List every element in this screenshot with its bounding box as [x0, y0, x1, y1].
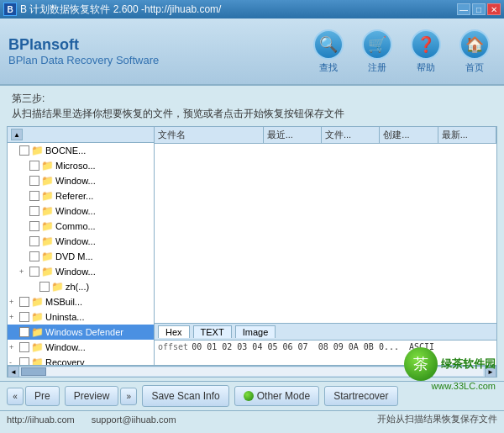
other-mode-button[interactable]: Other Mode — [234, 386, 319, 406]
tree-checkbox[interactable] — [19, 357, 29, 365]
prev-arrow-btn[interactable]: « — [7, 388, 24, 405]
nav-home[interactable]: 🏠 首页 — [454, 29, 496, 74]
tree-item[interactable]: 📁Window... — [8, 203, 154, 219]
tree-checkbox[interactable] — [29, 267, 39, 277]
tree-checkbox[interactable] — [29, 191, 39, 201]
titlebar-title: B 计划数据恢复软件 2.600 -http://jihuab.com/ — [20, 3, 457, 17]
watermark-circle: 茶 — [404, 347, 438, 381]
nav-home-label: 首页 — [465, 61, 484, 74]
file-list — [155, 144, 496, 323]
hex-values: 00 01 02 03 04 05 06 07 — [192, 342, 307, 351]
tree-checkbox[interactable] — [29, 176, 39, 186]
nav-help[interactable]: ❓ 帮助 — [405, 29, 447, 74]
tree-checkbox[interactable] — [19, 297, 29, 307]
nav-search[interactable]: 🔍 查找 — [307, 29, 349, 74]
file-list-header: 文件名 最近... 文件... 创建... 最新... — [155, 127, 496, 144]
tree-item[interactable]: +📁MSBuil... — [8, 294, 154, 309]
tree-scroll-up[interactable]: ▲ — [11, 129, 23, 140]
tree-item-label: zh(...) — [66, 282, 89, 292]
hex-tab-image[interactable]: Image — [235, 325, 276, 338]
watermark-brand: 绿茶软件园 — [441, 356, 496, 372]
tree-header: ▲ — [8, 127, 154, 143]
tree-item[interactable]: 📁BOCNE... — [8, 143, 154, 158]
tree-item-label: Windows Defender — [45, 327, 123, 337]
green-dot-icon — [244, 391, 254, 401]
tree-checkbox[interactable] — [29, 251, 39, 261]
tree-item[interactable]: 📁zh(...) — [8, 279, 154, 294]
tree-checkbox[interactable] — [29, 161, 39, 171]
folder-icon: 📁 — [31, 311, 44, 323]
folder-icon: 📁 — [41, 235, 54, 247]
logo-subtitle: BPlan Data Recovery Software — [8, 54, 307, 66]
tree-item[interactable]: 📁DVD M... — [8, 249, 154, 264]
folder-icon: 📁 — [41, 220, 54, 232]
scroll-thumb[interactable] — [21, 367, 46, 376]
tree-item[interactable]: +📁Window... — [8, 340, 154, 355]
tree-item-label: Commo... — [55, 221, 96, 231]
register-icon: 🛒 — [362, 29, 392, 60]
tree-item[interactable]: -📁Recovery — [8, 355, 154, 365]
tree-item[interactable]: 📁Window... — [8, 173, 154, 188]
tree-expand-icon: + — [19, 267, 29, 276]
step-line2: 从扫描结果里选择你想要恢复的文件，预览或者点击开始恢复按钮保存文件 — [12, 108, 344, 119]
col-file: 文件... — [322, 127, 380, 143]
tree-expand-icon: + — [9, 343, 19, 351]
tree-item[interactable]: 📁Window... — [8, 234, 154, 249]
col-filename: 文件名 — [155, 127, 264, 143]
prev-button[interactable]: Pre — [25, 386, 60, 406]
tree-checkbox[interactable] — [29, 206, 39, 216]
tree-item-label: Uninsta... — [45, 312, 84, 322]
close-button[interactable]: ✕ — [487, 3, 501, 15]
folder-icon: 📁 — [31, 326, 44, 338]
tree-item-label: Window... — [55, 267, 96, 277]
watermark-url: www.33LC.com — [432, 381, 496, 391]
folder-icon: 📁 — [41, 205, 54, 217]
tree-checkbox[interactable] — [19, 312, 29, 322]
tree-item-label: Window... — [55, 236, 96, 246]
folder-icon: 📁 — [31, 296, 44, 308]
minimize-button[interactable]: — — [457, 3, 470, 15]
nav-help-label: 帮助 — [417, 61, 435, 74]
status-email: support@iihuab.com — [92, 415, 176, 425]
tree-checkbox[interactable] — [19, 327, 29, 337]
folder-icon: 📁 — [41, 251, 54, 262]
tree-item[interactable]: 📁Referer... — [8, 188, 154, 203]
col-latest: 最新... — [438, 127, 496, 143]
scroll-left-btn[interactable]: ◄ — [8, 366, 19, 378]
watermark: 茶 绿茶软件园 www.33LC.com — [404, 347, 496, 391]
tree-item[interactable]: +📁Uninsta... — [8, 309, 154, 325]
tree-checkbox[interactable] — [19, 145, 29, 156]
folder-icon: 📁 — [31, 356, 44, 365]
col-created: 创建... — [380, 127, 438, 143]
tree-item[interactable]: +📁Window... — [8, 264, 154, 279]
tree-item[interactable]: 📁Windows Defender — [8, 325, 154, 340]
preview-group: Preview » — [65, 386, 138, 406]
maximize-button[interactable]: □ — [472, 3, 486, 15]
watermark-logo: 茶 绿茶软件园 — [404, 347, 496, 381]
folder-icon: 📁 — [41, 190, 54, 202]
tree-item[interactable]: 📁Microso... — [8, 158, 154, 173]
col-recent: 最近... — [264, 127, 322, 143]
start-recover-button[interactable]: Startrecover — [324, 386, 397, 406]
tree-checkbox[interactable] — [29, 221, 39, 231]
help-icon: ❓ — [411, 29, 441, 60]
tree-expand-icon: + — [9, 313, 19, 321]
folder-icon: 📁 — [31, 341, 44, 353]
tree-item-label: Referer... — [55, 191, 93, 201]
tree-item-label: Window... — [55, 206, 96, 216]
hex-tab-hex[interactable]: Hex — [158, 325, 190, 338]
tree-item[interactable]: 📁Commo... — [8, 219, 154, 234]
preview-button[interactable]: Preview — [65, 386, 119, 406]
tree-item-label: Recovery — [45, 357, 84, 365]
tree-checkbox[interactable] — [19, 342, 29, 352]
tree-checkbox[interactable] — [29, 236, 39, 246]
tree-checkbox[interactable] — [39, 282, 50, 292]
hex-tab-text[interactable]: TEXT — [193, 325, 232, 338]
tree-expand-icon: - — [9, 358, 19, 365]
folder-icon: 📁 — [31, 145, 44, 156]
save-scan-button[interactable]: Save Scan Info — [142, 385, 228, 407]
preview-arrow-btn[interactable]: » — [120, 388, 137, 405]
folder-icon: 📁 — [41, 175, 54, 187]
nav-register[interactable]: 🛒 注册 — [356, 29, 398, 74]
folder-icon: 📁 — [51, 281, 64, 293]
